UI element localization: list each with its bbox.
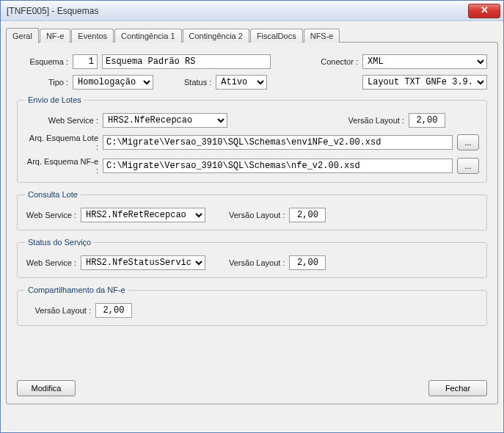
group-status-servico: Status do Serviço Web Service : HRS2.Nfe…: [17, 238, 487, 278]
tab-nfe[interactable]: NF-e: [40, 29, 70, 43]
group-consulta-legend: Consulta Lote: [25, 190, 81, 199]
servico-ws-select[interactable]: HRS2.NfeStatusServico: [81, 255, 205, 270]
fechar-button[interactable]: Fechar: [428, 380, 487, 396]
titlebar: [TNFE005] - Esquemas ✕: [1, 1, 503, 21]
group-envio-lotes: Envio de Lotes Web Service : HRS2.NfeRec…: [17, 95, 487, 183]
tab-eventos[interactable]: Eventos: [71, 29, 114, 43]
servico-versao-label: Versão Layout :: [229, 258, 285, 267]
group-compart-legend: Compartilhamento da NF-e: [25, 285, 128, 294]
arq-lote-browse-button[interactable]: ...: [457, 134, 479, 150]
envio-ws-select[interactable]: HRS2.NfeRecepcao: [103, 113, 227, 128]
arq-lote-label: Arq. Esquema Lote :: [25, 134, 98, 151]
tab-panel-geral: Esquema : Conector : XML Tipo : Homologa…: [6, 42, 498, 404]
conector-select[interactable]: XML: [362, 54, 487, 69]
modifica-button[interactable]: Modifica: [17, 380, 76, 396]
tab-contingencia-2[interactable]: Contingência 2: [183, 29, 249, 43]
status-select[interactable]: Ativo: [216, 75, 267, 90]
consulta-versao-field[interactable]: [289, 208, 326, 222]
consulta-ws-select[interactable]: HRS2.NfeRetRecepcao: [81, 208, 205, 222]
close-button[interactable]: ✕: [468, 4, 500, 18]
conector-label: Conector :: [321, 57, 358, 66]
group-compartilhamento: Compartilhamento da NF-e Versão Layout :: [17, 285, 487, 326]
esquema-nome-field[interactable]: [102, 54, 271, 69]
arq-lote-field[interactable]: [103, 135, 453, 150]
compart-versao-field[interactable]: [95, 303, 132, 318]
envio-versao-label: Versão Layout :: [348, 116, 404, 125]
servico-versao-field[interactable]: [289, 255, 326, 270]
status-label: Status :: [184, 78, 211, 87]
consulta-versao-label: Versão Layout :: [229, 211, 285, 219]
tabstrip: Geral NF-e Eventos Contingência 1 Contin…: [6, 26, 498, 43]
esquema-id-field[interactable]: [73, 54, 98, 69]
tab-geral[interactable]: Geral: [6, 28, 39, 43]
consulta-ws-label: Web Service :: [25, 211, 76, 219]
tipo-select[interactable]: Homologação: [73, 75, 153, 90]
esquema-label: Esquema :: [17, 57, 68, 66]
layout-txt-select[interactable]: Layout TXT GNFe 3.9.1: [362, 75, 487, 90]
group-envio-legend: Envio de Lotes: [25, 95, 84, 104]
client-area: Geral NF-e Eventos Contingência 1 Contin…: [1, 21, 503, 432]
arq-nfe-label: Arq. Esquema NF-e :: [25, 157, 98, 175]
tab-contingencia-1[interactable]: Contingência 1: [114, 29, 181, 43]
window: [TNFE005] - Esquemas ✕ Geral NF-e Evento…: [0, 0, 504, 433]
bottom-button-bar: Modifica Fechar: [17, 380, 487, 396]
tipo-label: Tipo :: [17, 78, 68, 87]
envio-ws-label: Web Service :: [25, 116, 98, 125]
arq-nfe-browse-button[interactable]: ...: [457, 158, 479, 174]
envio-versao-field[interactable]: [409, 113, 445, 128]
servico-ws-label: Web Service :: [25, 258, 76, 267]
tab-nfse[interactable]: NFS-e: [304, 29, 340, 43]
window-title: [TNFE005] - Esquemas: [7, 6, 468, 16]
arq-nfe-field[interactable]: [103, 159, 453, 173]
group-servico-legend: Status do Serviço: [25, 238, 94, 247]
tab-fiscaldocs[interactable]: FiscalDocs: [250, 29, 303, 43]
compart-versao-label: Versão Layout :: [25, 306, 91, 315]
group-consulta-lote: Consulta Lote Web Service : HRS2.NfeRetR…: [17, 190, 487, 230]
